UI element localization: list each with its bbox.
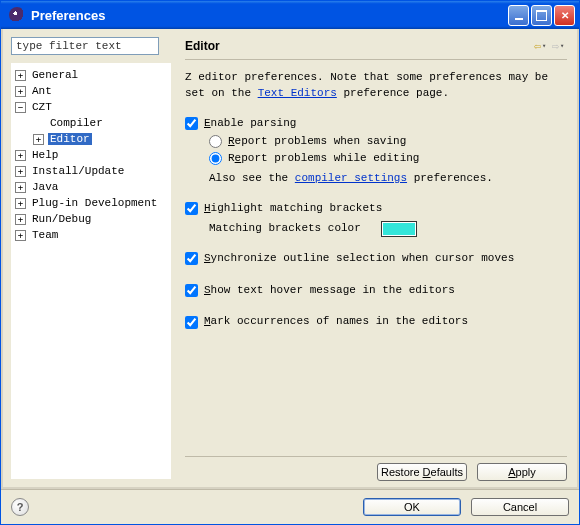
tree-item-help[interactable]: +Help [11,147,171,163]
window-buttons [508,5,575,26]
report-saving-radio[interactable] [209,135,222,148]
maximize-button[interactable] [531,5,552,26]
expand-icon[interactable]: + [15,214,26,225]
hover-label[interactable]: Show text hover message in the editors [204,283,455,299]
tree-label: Help [30,149,60,161]
tree-label: Compiler [48,117,105,129]
preferences-tree[interactable]: +General+Ant−CZTCompiler+Editor+Help+Ins… [11,63,171,479]
tree-item-ant[interactable]: +Ant [11,83,171,99]
report-saving-row: Report problems when saving [209,134,567,150]
minimize-button[interactable] [508,5,529,26]
apply-button[interactable]: Apply [477,463,567,481]
tree-label: Plug-in Development [30,197,159,209]
sync-outline-checkbox[interactable] [185,252,198,265]
back-button[interactable]: ⇦▾ [531,37,549,55]
collapse-icon[interactable]: − [15,102,26,113]
tree-label: Team [30,229,60,241]
forward-button[interactable]: ⇨▾ [549,37,567,55]
compiler-settings-link[interactable]: compiler settings [295,172,407,184]
section-header: Editor ⇦▾ ⇨▾ [185,37,567,55]
intro-suffix: preference page. [337,87,449,99]
help-icon[interactable]: ? [11,498,29,516]
also-suffix: preferences. [407,172,493,184]
highlight-brackets-checkbox[interactable] [185,202,198,215]
app-icon [9,7,25,23]
window-title: Preferences [29,8,508,23]
tree-item-general[interactable]: +General [11,67,171,83]
cancel-button[interactable]: Cancel [471,498,569,516]
tree-label: General [30,69,80,81]
tree-item-team[interactable]: +Team [11,227,171,243]
section-title: Editor [185,39,531,53]
dialog-footer: ? OK Cancel [1,489,579,524]
also-prefix: Also see the [209,172,295,184]
left-pane: +General+Ant−CZTCompiler+Editor+Help+Ins… [3,29,175,487]
brackets-color-swatch[interactable] [381,221,417,237]
mark-occurrences-label[interactable]: Mark occurrences of names in the editors [204,314,468,330]
tree-label: Install/Update [30,165,126,177]
also-see-text: Also see the compiler settings preferenc… [209,171,567,187]
tree-item-editor[interactable]: +Editor [11,131,171,147]
restore-defaults-button[interactable]: Restore Defaults [377,463,467,481]
tree-item-run-debug[interactable]: +Run/Debug [11,211,171,227]
expand-icon[interactable]: + [15,86,26,97]
brackets-color-row: Matching brackets color [209,221,567,237]
page-button-row: Restore Defaults Apply [185,456,567,481]
hover-row: Show text hover message in the editors [185,283,567,299]
brackets-color-label: Matching brackets color [209,221,361,237]
client-area: +General+Ant−CZTCompiler+Editor+Help+Ins… [1,29,579,489]
ok-button[interactable]: OK [363,498,461,516]
titlebar[interactable]: Preferences [1,1,579,29]
report-saving-label[interactable]: Report problems when saving [228,134,406,150]
report-editing-label[interactable]: Report problems while editing [228,151,419,167]
report-editing-radio[interactable] [209,152,222,165]
expand-icon[interactable]: + [15,198,26,209]
tree-label: Editor [48,133,92,145]
right-pane: Editor ⇦▾ ⇨▾ Z editor preferences. Note … [175,29,577,487]
filter-input[interactable] [11,37,159,55]
tree-item-install-update[interactable]: +Install/Update [11,163,171,179]
expand-icon[interactable]: + [15,230,26,241]
tree-item-plug-in-development[interactable]: +Plug-in Development [11,195,171,211]
hover-checkbox[interactable] [185,284,198,297]
tree-indent [33,118,44,129]
tree-label: Run/Debug [30,213,93,225]
sync-outline-label[interactable]: Synchronize outline selection when curso… [204,251,514,267]
highlight-brackets-row: Highlight matching brackets [185,201,567,217]
enable-parsing-row: Enable parsing [185,116,567,132]
report-editing-row: Report problems while editing [209,151,567,167]
expand-icon[interactable]: + [15,70,26,81]
tree-item-czt[interactable]: −CZT [11,99,171,115]
tree-label: CZT [30,101,54,113]
expand-icon[interactable]: + [15,166,26,177]
enable-parsing-checkbox[interactable] [185,117,198,130]
preferences-window: Preferences +General+Ant−CZTCompiler+Edi… [0,0,580,525]
highlight-brackets-label[interactable]: Highlight matching brackets [204,201,382,217]
intro-text: Z editor preferences. Note that some pre… [185,70,567,102]
close-button[interactable] [554,5,575,26]
expand-icon[interactable]: + [15,182,26,193]
mark-occurrences-checkbox[interactable] [185,316,198,329]
sync-outline-row: Synchronize outline selection when curso… [185,251,567,267]
text-editors-link[interactable]: Text Editors [258,87,337,99]
expand-icon[interactable]: + [33,134,44,145]
tree-label: Ant [30,85,54,97]
tree-item-compiler[interactable]: Compiler [11,115,171,131]
tree-label: Java [30,181,60,193]
parsing-radio-group: Report problems when saving Report probl… [209,134,567,167]
enable-parsing-label[interactable]: Enable parsing [204,116,296,132]
mark-occ-row: Mark occurrences of names in the editors [185,314,567,330]
tree-item-java[interactable]: +Java [11,179,171,195]
expand-icon[interactable]: + [15,150,26,161]
editor-content: Z editor preferences. Note that some pre… [185,70,567,456]
